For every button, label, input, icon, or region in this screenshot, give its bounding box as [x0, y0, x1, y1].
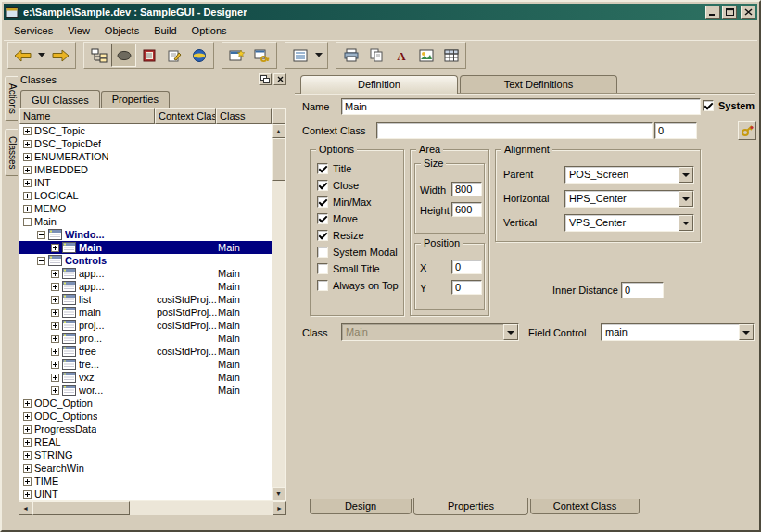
tree-row-main[interactable]: mainposiStdProj...Main	[19, 306, 272, 319]
design-mode-button[interactable]	[111, 44, 136, 67]
tree-row-app[interactable]: app...Main	[19, 280, 272, 293]
vertical-select[interactable]: VPS_Center	[564, 214, 694, 232]
parent-select[interactable]: POS_Screen	[564, 166, 694, 184]
tree-row-tree[interactable]: treecosiStdProj...Main	[19, 345, 272, 358]
tree-row-string[interactable]: STRING	[19, 449, 272, 462]
scroll-track[interactable]	[130, 501, 273, 515]
expand-icon[interactable]	[23, 127, 32, 135]
tree-row-odc-options[interactable]: ODC_Options	[19, 410, 272, 423]
expand-icon[interactable]	[51, 386, 59, 395]
checkbox-move[interactable]: Move	[317, 213, 403, 224]
tree-row-dsc-topicdef[interactable]: DSC_TopicDef	[19, 137, 272, 150]
image-button[interactable]	[413, 44, 438, 67]
tab-definition[interactable]: Definition	[300, 75, 458, 94]
collapse-icon[interactable]	[23, 218, 32, 226]
expand-icon[interactable]	[51, 283, 59, 291]
tree-row-int[interactable]: INT	[19, 176, 272, 189]
expand-icon[interactable]	[51, 374, 59, 382]
tree-row-controls[interactable]: Controls	[19, 254, 272, 267]
column-header-name[interactable]: Name	[19, 108, 155, 124]
globe-button[interactable]	[186, 44, 211, 67]
expand-icon[interactable]	[23, 140, 32, 148]
field-control-select-arrow[interactable]	[739, 324, 754, 340]
tree-row-odc-option[interactable]: ODC_Option	[19, 397, 272, 410]
tab-context-class-bottom[interactable]: Context Class	[530, 499, 640, 514]
checkbox-resize[interactable]: Resize	[317, 230, 403, 241]
side-tab-actions[interactable]: Actions	[5, 76, 18, 121]
collapse-icon[interactable]	[37, 257, 45, 265]
forward-button[interactable]	[48, 44, 73, 67]
key-window-button[interactable]	[249, 44, 274, 67]
back-button[interactable]	[10, 44, 35, 67]
checkbox-system-modal[interactable]: System Modal	[317, 247, 403, 258]
tab-gui-classes[interactable]: GUI Classes	[20, 90, 100, 108]
tree-row-logical[interactable]: LOGICAL	[19, 189, 272, 202]
vertical-scroll-thumb[interactable]	[272, 138, 285, 181]
height-input[interactable]	[451, 202, 482, 217]
name-input[interactable]	[341, 98, 701, 115]
checkbox-small-title[interactable]: Small Title	[317, 263, 403, 274]
expand-icon[interactable]	[23, 490, 32, 499]
width-input[interactable]	[451, 182, 482, 196]
notebook-button[interactable]	[136, 44, 161, 67]
menu-item-view[interactable]: View	[60, 22, 97, 39]
title-bar[interactable]: e:\Sample\Sample.dev : SampleGUI - Desig…	[4, 4, 757, 20]
checkbox-always-on-top[interactable]: Always on Top	[317, 280, 403, 291]
tree-row-main[interactable]: Main	[19, 215, 272, 228]
expand-icon[interactable]	[23, 477, 32, 486]
tab-properties-bottom[interactable]: Properties	[413, 498, 528, 515]
class-hierarchy-button[interactable]	[86, 44, 111, 67]
tree-row-vxz[interactable]: vxzMain	[19, 371, 272, 384]
menu-item-options[interactable]: Options	[184, 22, 235, 39]
horizontal-select-arrow[interactable]	[679, 191, 693, 207]
tree-row-list[interactable]: listcosiStdProj...Main	[19, 293, 272, 306]
context-class-number-input[interactable]	[654, 122, 697, 139]
expand-icon[interactable]	[23, 153, 32, 161]
horizontal-scrollbar[interactable]: ◄ ►	[19, 501, 286, 515]
expand-icon[interactable]	[23, 166, 32, 174]
expand-icon[interactable]	[51, 244, 59, 252]
context-class-input[interactable]	[376, 122, 653, 139]
scroll-right-button[interactable]: ►	[273, 501, 286, 515]
view-list-dropdown[interactable]	[312, 44, 325, 67]
menu-item-objects[interactable]: Objects	[97, 22, 146, 39]
tab-text-definitions[interactable]: Text Definitions	[460, 75, 617, 93]
tree-row-progressdata[interactable]: ProgressData	[19, 423, 272, 436]
checkbox-close[interactable]: Close	[317, 180, 403, 191]
print-button[interactable]	[338, 44, 363, 67]
back-history-dropdown[interactable]	[35, 44, 48, 67]
tree-row-memo[interactable]: MEMO	[19, 202, 272, 215]
expand-icon[interactable]	[23, 464, 32, 473]
expand-icon[interactable]	[51, 348, 59, 356]
checkbox-min-max[interactable]: Min/Max	[317, 196, 403, 208]
expand-icon[interactable]	[51, 361, 59, 369]
vertical-scrollbar[interactable]: ▲ ▼	[272, 124, 285, 500]
tree-row-proj[interactable]: proj...cosiStdProj...Main	[19, 319, 272, 332]
side-tab-classes[interactable]: Classes	[5, 129, 18, 177]
expand-icon[interactable]	[23, 438, 32, 447]
column-header-context-class[interactable]: Context Class	[155, 108, 216, 124]
expand-icon[interactable]	[23, 425, 32, 434]
scroll-up-button[interactable]: ▲	[272, 124, 285, 138]
scroll-left-button[interactable]: ◄	[19, 501, 32, 515]
expand-icon[interactable]	[51, 270, 59, 278]
expand-icon[interactable]	[23, 412, 32, 421]
tree-row-tre[interactable]: tre...Main	[19, 358, 272, 371]
new-form-button[interactable]	[224, 44, 249, 67]
maximize-button[interactable]	[722, 6, 737, 19]
inner-distance-input[interactable]	[621, 282, 664, 298]
menu-item-build[interactable]: Build	[146, 22, 184, 39]
copy-button[interactable]	[363, 44, 388, 67]
expand-icon[interactable]	[51, 296, 59, 304]
tree-row-time[interactable]: TIME	[19, 475, 272, 488]
tree-row-dsc-topic[interactable]: DSC_Topic	[19, 124, 272, 137]
menu-item-services[interactable]: Services	[6, 22, 60, 39]
tree-row-pro[interactable]: pro...Main	[19, 332, 272, 345]
expand-icon[interactable]	[51, 309, 59, 317]
parent-select-arrow[interactable]	[679, 167, 693, 183]
panel-close-button[interactable]	[273, 73, 286, 85]
panel-float-button[interactable]	[259, 73, 272, 85]
horizontal-select[interactable]: HPS_Center	[564, 190, 694, 208]
tree-row-imbedded[interactable]: IMBEDDED	[19, 163, 272, 176]
tab-properties-side[interactable]: Properties	[101, 91, 170, 108]
